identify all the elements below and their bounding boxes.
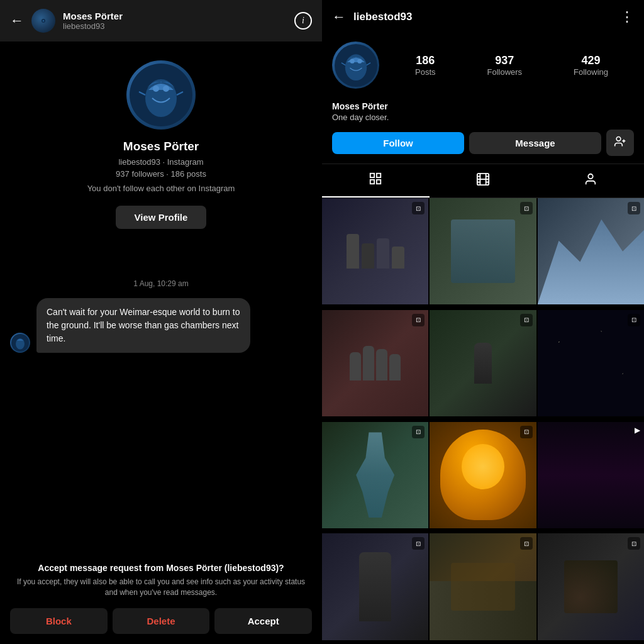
posts-label: Posts — [415, 67, 436, 77]
grid-item-7[interactable]: ⊡ — [322, 422, 428, 528]
grid-item-3-overlay: ⊡ — [628, 202, 640, 214]
tabs-row — [322, 164, 644, 198]
accept-button[interactable]: Accept — [214, 608, 312, 634]
followers-stat[interactable]: 937 Followers — [487, 54, 522, 77]
tab-reels[interactable] — [430, 164, 537, 197]
profile-info-section: Moses Pörter One day closer. — [322, 96, 644, 130]
grid-item-11-overlay: ⊡ — [520, 537, 533, 550]
accept-request-title: Accept message request from Moses Pörter… — [10, 563, 312, 573]
profile-name-large-left: Moses Pörter — [123, 140, 199, 153]
grid-item-2[interactable]: ⊡ — [430, 198, 536, 304]
profile-followers-text: 937 followers · 186 posts — [116, 169, 206, 179]
avatar-header-left — [31, 9, 55, 33]
svg-point-1 — [43, 20, 45, 23]
add-person-button[interactable] — [606, 130, 634, 156]
grid-item-1[interactable]: ⊡ — [322, 198, 428, 304]
stats-container: 186 Posts 937 Followers 429 Following — [389, 54, 634, 77]
delete-button[interactable]: Delete — [113, 608, 210, 634]
grid-item-7-overlay: ⊡ — [412, 426, 425, 438]
right-header: ← liebestod93 ⋮ — [322, 0, 644, 34]
svg-rect-20 — [377, 180, 380, 184]
grid-item-9[interactable]: ▶ — [538, 422, 644, 528]
svg-point-13 — [357, 58, 362, 63]
followers-label: Followers — [487, 67, 522, 77]
back-button-left[interactable]: ← — [10, 13, 24, 29]
tab-grid[interactable] — [322, 164, 430, 197]
following-label: Following — [574, 67, 608, 77]
grid-item-12[interactable]: ⊡ — [538, 533, 644, 640]
grid-item-11[interactable]: ⊡ — [430, 533, 536, 640]
back-button-right[interactable]: ← — [332, 9, 346, 25]
grid-item-8-overlay: ⊡ — [520, 426, 533, 438]
posts-count: 186 — [416, 54, 435, 67]
profile-meta-left: liebestod93 · Instagram — [118, 157, 203, 167]
profile-card-left: Moses Pörter liebestod93 · Instagram 937… — [0, 42, 322, 242]
message-button-right[interactable]: Message — [469, 132, 601, 154]
left-panel: ← Moses Pörter liebestod93 i — [0, 0, 322, 644]
grid-item-1-overlay: ⊡ — [412, 202, 425, 214]
svg-point-29 — [588, 174, 592, 179]
grid-icon — [369, 172, 382, 189]
svg-rect-18 — [377, 174, 380, 177]
follow-button[interactable]: Follow — [332, 132, 464, 154]
profile-avatar-large-left — [126, 60, 196, 130]
following-stat[interactable]: 429 Following — [574, 54, 608, 77]
info-button-left[interactable]: i — [294, 12, 312, 30]
right-username-title: liebestod93 — [353, 11, 613, 23]
svg-point-7 — [163, 86, 169, 92]
svg-point-12 — [350, 58, 354, 63]
message-area: 1 Aug, 10:29 am Can't wait for your Weim… — [0, 242, 322, 563]
grid-item-2-overlay: ⊡ — [520, 202, 533, 214]
grid-item-6[interactable]: ⊡ — [538, 310, 644, 416]
photo-grid: ⊡ ⊡ ⊡ — [322, 198, 644, 644]
profile-avatar-right — [332, 42, 379, 89]
grid-item-4[interactable]: ⊡ — [322, 310, 428, 416]
tagged-icon — [584, 172, 597, 189]
profile-bio: One day closer. — [332, 113, 634, 122]
message-avatar — [10, 333, 30, 353]
right-panel: ← liebestod93 ⋮ 186 Posts 937 — [322, 0, 644, 644]
reels-icon — [476, 172, 490, 189]
svg-point-3 — [43, 20, 44, 21]
view-profile-button[interactable]: View Profile — [116, 206, 207, 229]
reels-badge: ▶ — [635, 426, 640, 435]
svg-rect-17 — [370, 174, 374, 177]
message-row: Can't wait for your Weimar-esque world t… — [10, 298, 312, 353]
followers-count: 937 — [495, 54, 514, 67]
left-header: ← Moses Pörter liebestod93 i — [0, 0, 322, 42]
message-bubble-content: Can't wait for your Weimar-esque world t… — [36, 298, 250, 353]
action-buttons-row: Block Delete Accept — [10, 608, 312, 634]
profile-display-name-right: Moses Pörter — [332, 101, 634, 111]
more-options-button[interactable]: ⋮ — [620, 9, 634, 25]
grid-item-10-overlay: ⊡ — [412, 537, 425, 550]
grid-item-8[interactable]: ⊡ — [430, 422, 536, 528]
block-button[interactable]: Block — [10, 608, 108, 634]
svg-point-6 — [153, 86, 159, 92]
svg-point-2 — [43, 20, 43, 21]
header-name-left: Moses Pörter — [63, 11, 287, 21]
profile-stats-row: 186 Posts 937 Followers 429 Following — [322, 34, 644, 96]
grid-item-3[interactable]: ⊡ — [538, 198, 644, 304]
grid-item-12-overlay: ⊡ — [628, 537, 640, 550]
tab-tagged[interactable] — [536, 164, 644, 197]
profile-mutual-text: You don't follow each other on Instagram — [87, 184, 235, 193]
profile-action-row: Follow Message — [322, 130, 644, 164]
svg-point-14 — [616, 137, 621, 142]
grid-item-5-overlay: ⊡ — [520, 314, 533, 326]
accept-request-box: Accept message request from Moses Pörter… — [0, 563, 322, 644]
svg-rect-19 — [370, 180, 374, 184]
header-text-left: Moses Pörter liebestod93 — [63, 11, 287, 31]
posts-stat: 186 Posts — [415, 54, 436, 77]
following-count: 429 — [582, 54, 601, 67]
grid-item-6-overlay: ⊡ — [628, 314, 640, 326]
message-timestamp: 1 Aug, 10:29 am — [10, 279, 312, 288]
grid-item-10[interactable]: ⊡ — [322, 533, 428, 640]
grid-item-5[interactable]: ⊡ — [430, 310, 536, 416]
grid-item-4-overlay: ⊡ — [412, 314, 425, 326]
header-username-left: liebestod93 — [63, 21, 287, 31]
accept-request-desc: If you accept, they will also be able to… — [10, 577, 312, 598]
